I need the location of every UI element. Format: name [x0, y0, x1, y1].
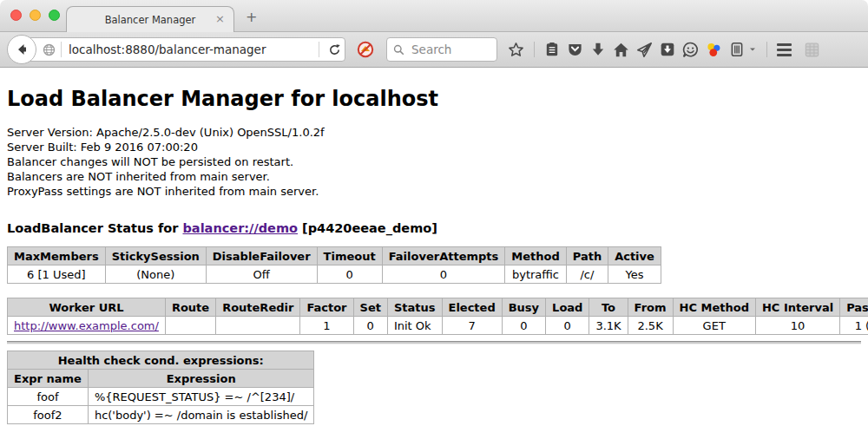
worker-row: http://www.example.com/ 1 0 Init Ok 7 0 … — [8, 317, 868, 335]
cell-status: Init Ok — [387, 317, 442, 335]
col-header: RouteRedir — [216, 298, 300, 317]
col-header: Factor — [300, 298, 353, 317]
col-header: To — [589, 298, 628, 317]
horizontal-rule — [7, 341, 861, 344]
col-header: Elected — [442, 298, 502, 317]
col-header: Route — [165, 298, 215, 317]
col-header: Active — [608, 247, 661, 265]
urlbar-divider — [61, 42, 62, 57]
globe-icon — [43, 43, 56, 56]
status-prefix: LoadBalancer Status for — [7, 221, 182, 235]
cell-method: bytraffic — [505, 265, 566, 284]
col-header: Status — [387, 298, 442, 317]
cell-factor: 1 — [300, 317, 353, 335]
minimize-window-button[interactable] — [30, 10, 41, 21]
back-arrow-icon — [15, 43, 29, 56]
col-header: Passes — [840, 298, 868, 317]
hc-table-title: Health check cond. expressions: — [8, 351, 314, 370]
url-input[interactable] — [67, 42, 313, 57]
balancer-demo-link[interactable]: balancer://demo — [182, 221, 298, 235]
page-thumbnails-icon[interactable] — [800, 38, 824, 62]
new-tab-button[interactable]: + — [246, 10, 257, 24]
search-input[interactable] — [410, 42, 488, 57]
cell-disablefailover: Off — [206, 265, 317, 284]
cell-active: Yes — [608, 265, 661, 284]
cell-expression: hc('body') =~ /domain is established/ — [88, 406, 314, 424]
navigation-toolbar — [0, 32, 868, 68]
col-header: HC Interval — [755, 298, 839, 317]
urlbar-divider — [319, 42, 319, 57]
loadbalancer-status-heading: LoadBalancer Status for balancer://demo … — [7, 221, 861, 235]
cell-timeout: 0 — [317, 265, 382, 284]
toolbar-divider — [766, 42, 767, 57]
col-header: MaxMembers — [8, 247, 106, 265]
cell-maxmembers: 6 [1 Used] — [8, 265, 106, 284]
cell-hc-interval: 10 — [755, 317, 839, 335]
close-window-button[interactable] — [10, 10, 22, 21]
page-content: Load Balancer Manager for localhost Serv… — [0, 68, 868, 426]
page-title: Load Balancer Manager for localhost — [7, 87, 861, 111]
col-header: FailoverAttempts — [382, 247, 505, 265]
col-header: Worker URL — [8, 298, 166, 317]
cell-hc-method: GET — [673, 317, 755, 335]
search-bar[interactable] — [386, 37, 497, 62]
bookmark-star-icon[interactable] — [504, 38, 528, 62]
table-title-row: Health check cond. expressions: — [8, 351, 314, 370]
window-controls — [10, 10, 60, 21]
table-row: 6 [1 Used] (None) Off 0 0 bytraffic /c/ … — [8, 265, 661, 284]
save-to-device-icon[interactable] — [656, 38, 679, 61]
table-row: foof2 hc('body') =~ /domain is establish… — [8, 406, 314, 424]
downloads-icon[interactable] — [587, 38, 609, 61]
server-version-line: Server Version: Apache/2.5.0-dev (Unix) … — [7, 125, 861, 140]
cell-route — [165, 317, 215, 335]
container-extension-icon[interactable] — [726, 38, 748, 61]
col-header: HC Method — [673, 298, 755, 317]
zoom-window-button[interactable] — [49, 10, 60, 21]
send-page-icon[interactable] — [633, 38, 656, 62]
table-row: foof %{REQUEST_STATUS} =~ /^[234]/ — [8, 388, 314, 406]
cell-expression: %{REQUEST_STATUS} =~ /^[234]/ — [88, 388, 314, 406]
color-dots-extension-icon[interactable] — [702, 38, 726, 62]
col-header: DisableFailover — [206, 247, 317, 265]
notice-line: ProxyPass settings are NOT inherited fro… — [7, 184, 861, 199]
col-header: Path — [566, 247, 608, 265]
cell-passes: 1 (0) — [840, 317, 868, 335]
cell-expr-name: foof2 — [8, 406, 89, 424]
pocket-icon[interactable] — [563, 38, 587, 62]
reading-list-icon[interactable] — [541, 38, 563, 61]
reload-icon[interactable] — [325, 40, 345, 60]
health-check-expressions-table: Health check cond. expressions: Expr nam… — [7, 351, 314, 424]
cell-from: 2.5K — [628, 317, 673, 335]
col-header: Expr name — [8, 370, 89, 388]
noscript-blocker-icon[interactable] — [353, 37, 378, 62]
chevron-down-icon[interactable] — [748, 42, 760, 57]
chat-smiley-icon[interactable] — [679, 38, 702, 62]
tab-balancer-manager[interactable]: Balancer Manager × — [66, 6, 234, 32]
cell-failoverattempts: 0 — [382, 265, 505, 284]
url-bar[interactable] — [23, 37, 345, 62]
cell-set: 0 — [353, 317, 387, 335]
back-button[interactable] — [7, 35, 36, 64]
cell-path: /c/ — [566, 265, 608, 284]
tab-title: Balancer Manager — [105, 14, 196, 26]
col-header: From — [628, 298, 673, 317]
home-icon[interactable] — [609, 38, 633, 62]
worker-url-link[interactable]: http://www.example.com/ — [14, 319, 159, 332]
menu-hamburger-icon[interactable] — [773, 40, 795, 60]
cell-busy: 0 — [502, 317, 545, 335]
browser-window: Balancer Manager × + — [0, 0, 868, 426]
cell-load: 0 — [546, 317, 589, 335]
notice-line: Balancers are NOT inherited from main se… — [7, 169, 861, 184]
col-header: StickySession — [105, 247, 206, 265]
status-suffix: [p4420eeae_demo] — [298, 221, 437, 235]
balancer-settings-table: MaxMembers StickySession DisableFailover… — [7, 246, 661, 284]
table-header-row: Expr name Expression — [8, 370, 314, 388]
col-header: Timeout — [317, 247, 382, 265]
cell-routeredir — [216, 317, 300, 335]
cell-expr-name: foof — [8, 388, 89, 406]
col-header: Method — [505, 247, 566, 265]
tab-close-icon[interactable]: × — [215, 12, 225, 26]
cell-elected: 7 — [442, 317, 502, 335]
col-header: Set — [353, 298, 387, 317]
table-header-row: MaxMembers StickySession DisableFailover… — [8, 247, 661, 265]
